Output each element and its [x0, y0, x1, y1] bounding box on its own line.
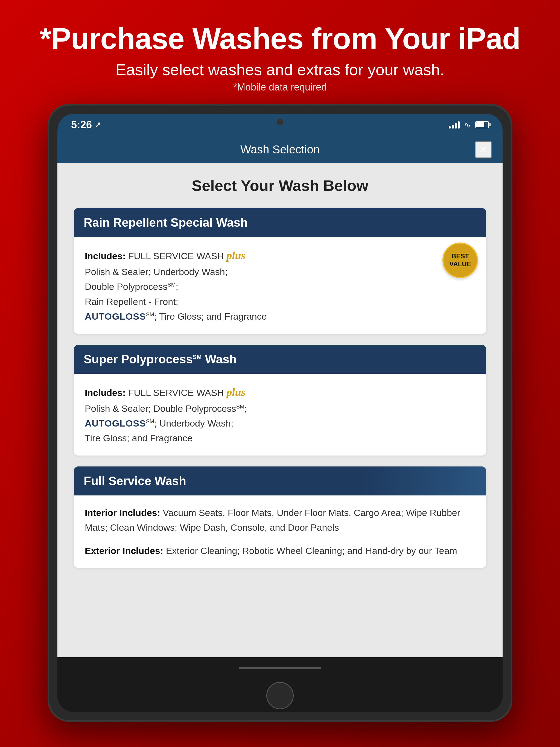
content-area: Select Your Wash Below Rain Repellent Sp… — [57, 163, 503, 657]
plus-icon-super: plus — [226, 386, 245, 398]
wash-card-header-super: Super PolyprocessSM Wash — [74, 345, 486, 374]
header-subtitle: Easily select washes and extras for your… — [40, 60, 520, 79]
includes-label-rain: Includes: — [85, 251, 126, 261]
full-service-label-super: FULL SERVICE WASH — [128, 387, 227, 398]
super-details: Polish & Sealer; Double PolyprocessSM;AU… — [85, 403, 247, 443]
wash-card-super-polyprocess[interactable]: Super PolyprocessSM Wash Includes: FULL … — [74, 345, 486, 456]
wash-card-title-full: Full Service Wash — [84, 474, 186, 488]
ipad-screen: 5:26 ↗ ∿ Wash — [57, 114, 503, 712]
ipad-camera — [277, 119, 283, 125]
wash-card-body-full: Interior Includes: Vacuum Seats, Floor M… — [74, 495, 486, 568]
wash-card-header-rain: Rain Repellent Special Wash — [74, 208, 486, 237]
wash-card-rain-repellent[interactable]: Rain Repellent Special Wash Includes: FU… — [74, 208, 486, 334]
header-note: *Mobile data required — [40, 81, 520, 93]
home-indicator-bar — [57, 657, 503, 679]
exterior-label: Exterior Includes: — [85, 545, 163, 556]
wash-card-full-service[interactable]: Full Service Wash Interior Includes: Vac… — [74, 466, 486, 568]
rain-details: Polish & Sealer; Underbody Wash;Double P… — [85, 266, 267, 321]
full-service-label-rain: FULL SERVICE WASH — [128, 251, 227, 261]
interior-label: Interior Includes: — [85, 508, 160, 518]
includes-label-super: Includes: — [85, 387, 126, 398]
nav-title: Wash Selection — [240, 143, 320, 156]
nav-bar: Wash Selection × — [57, 136, 503, 163]
status-icons: ∿ — [449, 120, 489, 130]
exterior-details: Exterior Cleaning; Robotic Wheel Cleanin… — [166, 545, 457, 556]
wash-card-title-rain: Rain Repellent Special Wash — [84, 216, 248, 229]
plus-icon-rain: plus — [226, 249, 245, 262]
location-icon: ↗ — [95, 120, 101, 129]
signal-bars-icon — [449, 121, 460, 129]
wash-card-header-full: Full Service Wash — [74, 466, 486, 495]
wash-card-title-super: Super PolyprocessSM Wash — [84, 353, 237, 366]
ipad-inner: 5:26 ↗ ∿ Wash — [57, 114, 503, 712]
wash-card-body-super: Includes: FULL SERVICE WASH plus Polish … — [74, 374, 486, 456]
battery-icon — [475, 121, 489, 128]
content-heading: Select Your Wash Below — [74, 177, 486, 195]
wifi-icon: ∿ — [464, 120, 471, 130]
home-button-area — [57, 679, 503, 712]
wash-card-body-rain: Includes: FULL SERVICE WASH plus Polish … — [74, 237, 486, 334]
home-bar-line — [239, 667, 321, 669]
ipad-frame: 5:26 ↗ ∿ Wash — [48, 104, 512, 722]
time-display: 5:26 — [71, 119, 92, 131]
best-value-badge: BEST VALUE — [442, 242, 478, 278]
status-time: 5:26 ↗ — [71, 119, 101, 131]
header-title: *Purchase Washes from Your iPad — [40, 22, 520, 55]
header-section: *Purchase Washes from Your iPad Easily s… — [29, 0, 531, 104]
close-button[interactable]: × — [475, 141, 492, 158]
home-button[interactable] — [266, 682, 294, 709]
